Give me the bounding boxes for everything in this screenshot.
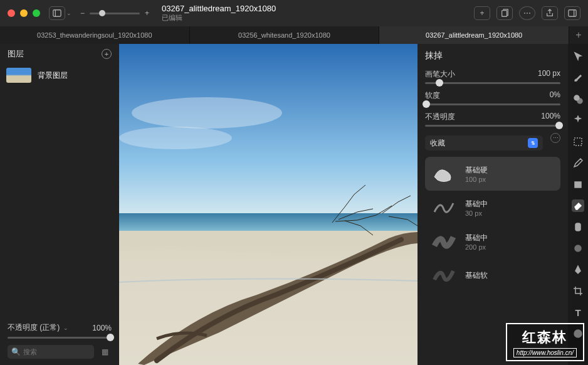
softness-slider[interactable]: [425, 103, 560, 105]
svg-rect-13: [575, 223, 580, 231]
opacity-value: 100%: [92, 324, 112, 332]
tab-0[interactable]: 03253_thewanderingsoul_1920x1080: [0, 26, 190, 44]
svg-rect-3: [569, 10, 576, 17]
svg-point-6: [132, 97, 282, 129]
brush-opacity-slider[interactable]: [425, 125, 560, 127]
brush-tool-icon[interactable]: [572, 71, 584, 84]
titlebar: ⌄ − + 03267_alittledream_1920x1080 已编辑 +…: [0, 0, 588, 26]
watermark: 红森林 http://www.hoslin.cn/: [506, 323, 584, 361]
tab-2[interactable]: 03267_alittledream_1920x1080: [379, 26, 569, 44]
tool-options-panel: 抹掉 画笔大小100 px 软度0% 不透明度100% 收藏 ⇅ ⋯ 基础硬10…: [417, 44, 568, 365]
brush-size-label: 画笔大小: [425, 69, 455, 80]
search-input[interactable]: 🔍: [8, 345, 94, 359]
view-grid-icon[interactable]: ▦: [98, 345, 112, 359]
document-title: 03267_alittledream_1920x1080: [162, 4, 474, 13]
watermark-url: http://www.hoslin.cn/: [513, 348, 577, 357]
title-area: 03267_alittledream_1920x1080 已编辑: [162, 4, 474, 23]
preset-more-icon[interactable]: ⋯: [550, 133, 560, 143]
layer-name: 背景图层: [38, 70, 68, 81]
brush-size-slider[interactable]: [425, 82, 560, 84]
layers-sidebar: 图层 + 背景图层 不透明度 (正常) ⌄ 100% 🔍 ▦: [0, 44, 119, 365]
preset-dropdown[interactable]: 收藏 ⇅: [425, 135, 543, 151]
search-icon: 🔍: [11, 347, 21, 356]
add-button[interactable]: +: [474, 6, 490, 20]
brush-preview-icon: [430, 231, 458, 252]
svg-rect-12: [574, 138, 582, 145]
tab-1[interactable]: 03256_whitesand_1920x1080: [190, 26, 380, 44]
chevron-down-icon[interactable]: ⌄: [66, 10, 71, 16]
blur-tool-icon[interactable]: [572, 242, 584, 255]
share-icon[interactable]: [542, 6, 558, 20]
layer-item[interactable]: 背景图层: [0, 64, 119, 87]
text-tool-icon[interactable]: T: [572, 306, 584, 319]
marquee-tool-icon[interactable]: [572, 135, 584, 148]
shapes-tool-icon[interactable]: [572, 93, 584, 105]
brush-item-2[interactable]: 基础中200 px: [425, 225, 560, 258]
svg-point-14: [575, 245, 581, 251]
add-layer-button[interactable]: +: [102, 49, 112, 59]
duplicate-icon[interactable]: [496, 6, 513, 20]
opacity-label: 不透明度: [425, 112, 455, 122]
svg-point-7: [119, 127, 232, 149]
watermark-text: 红森林: [513, 328, 577, 347]
svg-point-11: [577, 98, 582, 103]
maximize-window-button[interactable]: [33, 9, 40, 17]
brush-preview-icon: [430, 163, 458, 184]
layers-title: 图层: [8, 48, 24, 60]
inspector-icon[interactable]: [564, 6, 580, 20]
brush-item-0[interactable]: 基础硬100 px: [425, 157, 560, 191]
brush-size-value: 100 px: [538, 69, 560, 80]
sidebar-toggle-icon[interactable]: [49, 6, 65, 20]
window-controls: [8, 9, 40, 17]
brush-item-3[interactable]: 基础软: [425, 258, 560, 292]
brush-list: 基础硬100 px 基础中30 px 基础中200 px 基础软: [425, 157, 560, 292]
pencil-tool-icon[interactable]: [572, 157, 584, 169]
bucket-tool-icon[interactable]: [572, 178, 584, 191]
zoom-out-icon[interactable]: −: [80, 9, 85, 18]
opacity-value: 100%: [541, 112, 560, 122]
pen-tool-icon[interactable]: [572, 263, 584, 276]
layer-opacity-slider[interactable]: [8, 337, 112, 339]
brush-preview-icon: [430, 197, 458, 218]
brush-preview-icon: [430, 265, 458, 286]
svg-rect-0: [53, 10, 61, 17]
eraser-tool-icon[interactable]: [572, 199, 584, 212]
tools-toolbar: T: [568, 44, 588, 365]
svg-rect-2: [502, 11, 507, 17]
brush-item-1[interactable]: 基础中30 px: [425, 191, 560, 225]
layer-thumbnail: [6, 68, 31, 83]
crop-tool-icon[interactable]: [572, 285, 584, 297]
zoom-slider[interactable]: [90, 13, 140, 14]
opacity-label[interactable]: 不透明度 (正常) ⌄: [8, 322, 68, 333]
softness-value: 0%: [550, 90, 560, 101]
arrow-tool-icon[interactable]: [572, 50, 584, 63]
canvas[interactable]: [119, 44, 417, 365]
tool-title: 抹掉: [425, 50, 560, 61]
document-tabs: 03253_thewanderingsoul_1920x1080 03256_w…: [0, 26, 588, 44]
heal-tool-icon[interactable]: [572, 221, 584, 233]
close-window-button[interactable]: [8, 9, 15, 17]
minimize-window-button[interactable]: [20, 9, 28, 17]
softness-label: 软度: [425, 90, 440, 101]
tab-add-button[interactable]: +: [569, 26, 588, 44]
wand-tool-icon[interactable]: [572, 114, 584, 127]
canvas-image: [119, 44, 417, 365]
document-status: 已编辑: [162, 13, 474, 23]
zoom-in-icon[interactable]: +: [145, 9, 149, 18]
dropdown-arrows-icon: ⇅: [528, 138, 538, 148]
more-icon[interactable]: ⋯: [519, 6, 535, 20]
